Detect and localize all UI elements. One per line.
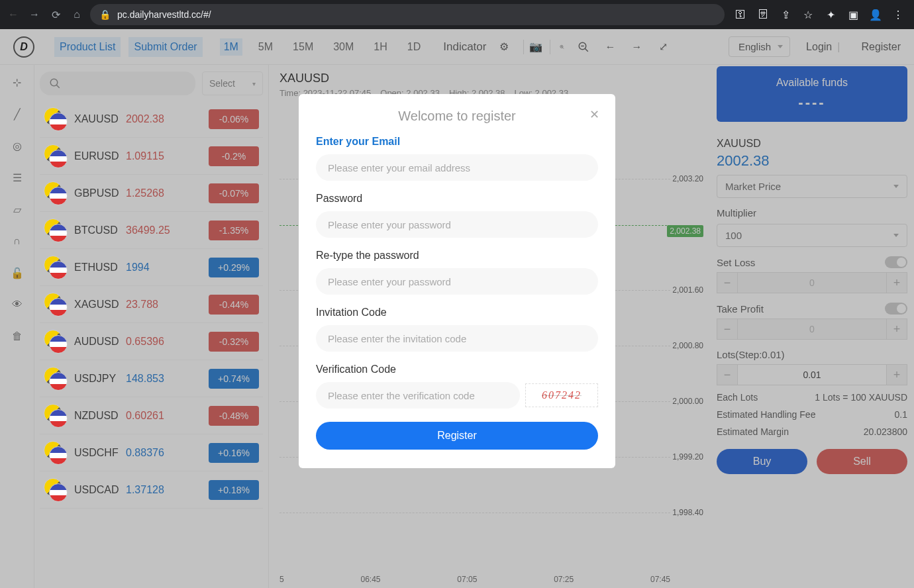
- password2-field[interactable]: [316, 268, 598, 295]
- password2-label: Re-type the password: [316, 250, 598, 262]
- browser-chrome: ← → ⟳ ⌂ 🔒 pc.dailyharvestltd.cc/#/ ⚿ 🈂 ⇪…: [0, 0, 914, 29]
- bookmark-icon[interactable]: ☆: [801, 8, 815, 21]
- code-field[interactable]: [316, 382, 520, 409]
- captcha-image[interactable]: 607242: [525, 383, 598, 407]
- home-icon[interactable]: ⌂: [69, 7, 85, 23]
- password-label: Password: [316, 193, 598, 205]
- code-label: Verification Code: [316, 364, 598, 375]
- modal-title: Welcome to register: [316, 109, 598, 124]
- translate-icon[interactable]: 🈂: [756, 8, 770, 21]
- register-button[interactable]: Register: [316, 422, 598, 450]
- menu-icon[interactable]: ⋮: [891, 8, 905, 21]
- share-icon[interactable]: ⇪: [779, 8, 792, 21]
- invite-field[interactable]: [316, 325, 598, 352]
- password-field[interactable]: [316, 211, 598, 238]
- back-icon[interactable]: ←: [5, 7, 21, 23]
- close-icon[interactable]: ✕: [589, 107, 599, 122]
- url-text: pc.dailyharvestltd.cc/#/: [117, 9, 211, 20]
- modal-overlay: ✕ Welcome to register Enter your Email P…: [0, 29, 914, 588]
- email-label: Enter your Email: [316, 136, 598, 148]
- key-icon[interactable]: ⚿: [734, 8, 747, 21]
- forward-icon[interactable]: →: [26, 7, 42, 23]
- url-bar[interactable]: 🔒 pc.dailyharvestltd.cc/#/: [90, 4, 725, 25]
- register-modal: ✕ Welcome to register Enter your Email P…: [299, 94, 615, 468]
- invite-label: Invitation Code: [316, 307, 598, 318]
- extensions-icon[interactable]: ✦: [824, 8, 837, 21]
- lock-icon: 🔒: [99, 9, 111, 20]
- email-field[interactable]: [316, 154, 598, 181]
- panel-icon[interactable]: ▣: [846, 8, 860, 21]
- profile-icon[interactable]: 👤: [869, 8, 882, 21]
- reload-icon[interactable]: ⟳: [48, 7, 64, 23]
